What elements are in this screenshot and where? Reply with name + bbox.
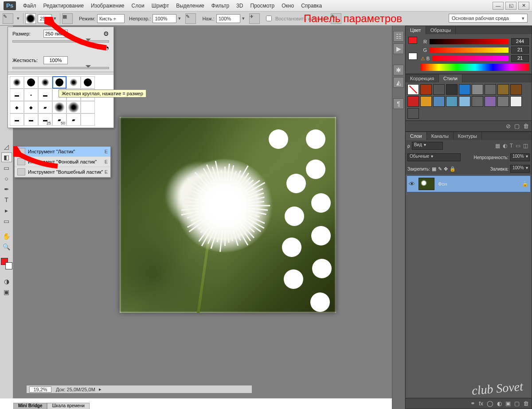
gamut-warning-icon[interactable]: ⚠: [421, 56, 425, 62]
fill-field[interactable]: 100%: [510, 165, 530, 173]
style-swatch[interactable]: [485, 84, 496, 95]
brush-preset-selected[interactable]: [52, 76, 66, 89]
menu-type[interactable]: Шрифт: [148, 3, 172, 9]
menu-image[interactable]: Изображение: [87, 3, 128, 9]
new-style-icon[interactable]: ▢: [514, 123, 520, 129]
style-swatch[interactable]: [433, 96, 445, 107]
history-checkbox[interactable]: [266, 16, 272, 21]
hardness-slider[interactable]: [12, 67, 109, 69]
r-value[interactable]: 244: [511, 38, 529, 45]
filter-smart-icon[interactable]: ◫: [523, 143, 528, 149]
opacity-field[interactable]: 100%: [153, 14, 176, 23]
tool-type[interactable]: T: [1, 195, 12, 205]
tab-paths[interactable]: Контуры: [454, 132, 482, 140]
brush-preset[interactable]: [24, 76, 38, 89]
quickmask-icon[interactable]: ◑: [1, 277, 12, 286]
r-slider[interactable]: [430, 39, 509, 44]
spectrum-bar[interactable]: [421, 64, 529, 71]
tab-layers[interactable]: Слои: [406, 132, 427, 140]
lock-pixels-icon[interactable]: ✎: [438, 166, 442, 172]
layer-name[interactable]: Фон: [438, 181, 447, 187]
hardness-input[interactable]: [43, 56, 68, 64]
g-slider[interactable]: [430, 47, 509, 53]
menu-file[interactable]: Файл: [20, 3, 40, 9]
delete-style-icon[interactable]: 🗑: [523, 123, 529, 129]
brush-preset[interactable]: ▬: [10, 113, 24, 126]
group-icon[interactable]: ▣: [505, 400, 511, 407]
link-icon[interactable]: ⚭: [470, 400, 475, 407]
history-panel-icon[interactable]: ☷: [393, 31, 404, 42]
layer-thumbnail[interactable]: [419, 178, 434, 190]
brush-preset[interactable]: [52, 101, 66, 113]
workspace-selector[interactable]: Основная рабочая среда: [449, 14, 528, 23]
style-swatch[interactable]: [433, 84, 445, 95]
style-swatch[interactable]: [407, 108, 419, 119]
brush-preset[interactable]: [81, 101, 95, 113]
pressure-opacity-icon[interactable]: ✎: [185, 13, 196, 24]
bg-swatch[interactable]: [408, 53, 417, 60]
tab-timeline[interactable]: Шкала времени: [47, 403, 89, 409]
g-value[interactable]: 21: [511, 47, 529, 54]
status-arrow-icon[interactable]: ▸: [99, 386, 102, 392]
brush-preset[interactable]: [81, 113, 95, 126]
style-swatch[interactable]: [510, 96, 522, 107]
tool-zoom[interactable]: 🔍: [1, 242, 12, 252]
tab-color[interactable]: Цвет: [406, 26, 426, 34]
paragraph-panel-icon[interactable]: ¶: [393, 98, 404, 109]
zoom-field[interactable]: 19,2%: [29, 386, 51, 393]
menu-3d[interactable]: 3D: [233, 3, 246, 9]
tool-preset-icon[interactable]: ✎: [3, 13, 13, 24]
close-button[interactable]: ✕: [518, 2, 529, 10]
style-swatch[interactable]: [472, 96, 483, 107]
blend-mode-select[interactable]: Обычные: [407, 153, 461, 161]
mode-select[interactable]: Кисть ÷: [97, 14, 125, 23]
brush-preset[interactable]: ▬: [24, 113, 38, 126]
opacity-dropdown[interactable]: ▾: [176, 16, 183, 21]
new-layer-icon[interactable]: ▢: [514, 400, 520, 407]
menu-edit[interactable]: Редактирование: [40, 3, 87, 9]
eraser-tool-item[interactable]: Инструмент "Ластик"E: [15, 147, 110, 157]
style-swatch[interactable]: [472, 84, 483, 95]
lock-position-icon[interactable]: ✥: [444, 166, 448, 172]
minimize-button[interactable]: —: [493, 2, 504, 10]
delete-layer-icon[interactable]: 🗑: [523, 400, 529, 407]
gear-icon[interactable]: ⚙: [103, 30, 109, 37]
flip-icon[interactable]: ◔: [105, 45, 109, 51]
size-input[interactable]: [43, 30, 68, 38]
style-swatch[interactable]: [446, 96, 458, 107]
style-swatch[interactable]: [510, 84, 522, 95]
tab-correction[interactable]: Коррекция: [406, 74, 439, 82]
tab-swatches[interactable]: Образцы: [426, 26, 456, 34]
brush-preset[interactable]: ▬: [10, 89, 24, 101]
tool-path[interactable]: ▸: [1, 206, 12, 215]
mask-icon[interactable]: ◯: [487, 400, 493, 407]
flow-field[interactable]: 100%: [216, 14, 240, 23]
menu-help[interactable]: Справка: [297, 3, 325, 9]
brush-preset[interactable]: ◆: [24, 101, 38, 113]
brush-picker-dropdown[interactable]: ▾: [52, 16, 58, 21]
tab-minibridge[interactable]: Mini Bridge: [13, 403, 47, 409]
style-swatch[interactable]: [420, 96, 432, 107]
bg-eraser-tool-item[interactable]: Инструмент "Фоновый ластик"E: [15, 157, 110, 167]
brush-preview-icon[interactable]: [25, 13, 36, 24]
tool-lasso[interactable]: ◿: [1, 142, 12, 152]
layer-opacity-field[interactable]: 100%: [510, 153, 530, 161]
style-swatch[interactable]: [459, 96, 470, 107]
fx-icon[interactable]: fx: [479, 400, 483, 407]
color-fgbg[interactable]: [408, 37, 417, 71]
brush-size-field[interactable]: 250: [38, 14, 52, 23]
style-swatch[interactable]: [420, 84, 432, 95]
document-canvas[interactable]: [120, 117, 336, 313]
brush-panel-icon[interactable]: ▦: [62, 13, 73, 24]
kind-select[interactable]: Вид: [412, 142, 443, 150]
maximize-button[interactable]: ◱: [505, 2, 516, 10]
tool-preset-dropdown[interactable]: ▾: [15, 16, 21, 21]
size-slider[interactable]: [12, 40, 109, 43]
screenmode-icon[interactable]: ▣: [1, 287, 12, 297]
brush-preset[interactable]: ▬25: [38, 113, 52, 126]
brush-preset[interactable]: ▰: [38, 101, 52, 113]
flow-dropdown[interactable]: ▾: [240, 16, 246, 21]
adjustment-icon[interactable]: ◐: [497, 400, 502, 407]
menu-layer[interactable]: Слои: [128, 3, 148, 9]
style-swatch[interactable]: [485, 96, 496, 107]
